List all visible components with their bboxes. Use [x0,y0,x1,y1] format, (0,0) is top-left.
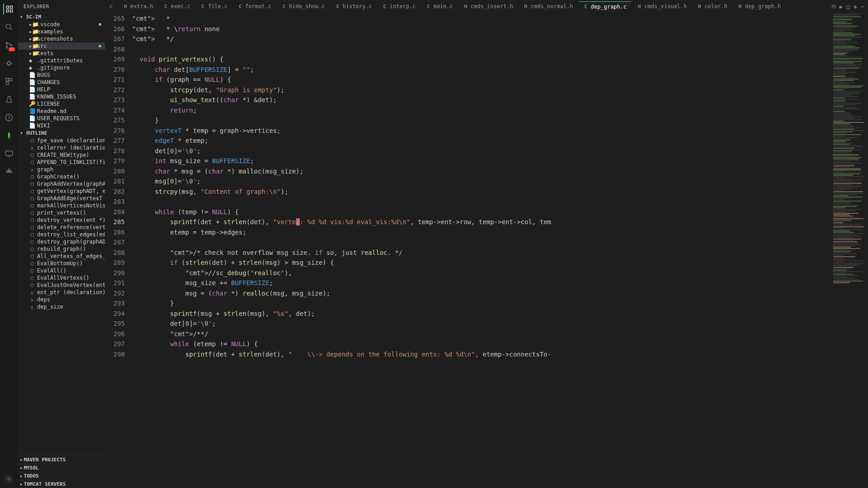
extensions-icon[interactable] [4,76,14,87]
editor-tab[interactable]: Hcmds_visual.h [632,1,692,11]
section-header[interactable]: ▸TODOS [18,472,105,480]
svg-point-6 [6,42,7,43]
outline-item[interactable]: ⬡GraphCreate() [18,173,105,180]
tab-overflow[interactable]: c [105,1,118,11]
editor-tab[interactable]: Hcmds_insert.h [458,1,518,11]
editor-content[interactable]: 2652662672682692702712722732742752762772… [105,13,868,488]
tree-item[interactable]: ◆.gitattributes [18,57,105,64]
editor-area: cHextra.hCexec.cCfile.cCformat.cChide_sh… [105,0,868,488]
activity-bar: 55 [0,0,18,488]
outline-item[interactable]: ▫cellerror (declaration) [18,144,105,151]
remote-icon[interactable] [4,148,14,159]
outline-item[interactable]: ⬡print_vertexs() [18,209,105,216]
svg-point-8 [10,44,12,46]
outline-item[interactable]: ⬡APPEND_TO_LINKLIST(firstNod... [18,159,105,166]
outline-item[interactable]: ⬡GraphAddVertex(graphADT, ent *) [18,180,105,188]
split-icon[interactable]: ◫ [847,3,850,10]
svg-rect-1 [10,6,13,8]
project-header[interactable]: ▾SC-IM [18,13,105,21]
explorer-icon[interactable] [3,4,14,14]
code-area[interactable]: "cmt"> *"cmt"> * \return none"cmt"> */ v… [132,13,832,488]
tree-item[interactable]: ▸📁screenshots [18,35,105,42]
outline-item[interactable]: ⬡getVertex(graphADT, ent *, int) [18,188,105,195]
tree-item[interactable]: 📄BUGS [18,71,105,79]
svg-rect-3 [10,10,13,12]
tree-item[interactable]: ▸📁.vscode [18,21,105,28]
svg-rect-18 [10,171,12,172]
svg-rect-17 [8,171,9,172]
tree-item[interactable]: ▸📁tests [18,50,105,57]
run-icon[interactable]: ▶ [840,3,843,10]
compare-icon[interactable]: ⟲ [831,3,836,10]
tree-item[interactable]: ▸📁src [18,42,105,50]
timeline-icon[interactable] [4,112,14,123]
outline-item[interactable]: ⬡destroy_list_edges(edgeT *) [18,231,105,238]
editor-tab[interactable]: Cformat.c [233,1,277,11]
editor-tab[interactable]: Cfile.c [195,1,232,11]
sidebar: EXPLORER ▾SC-IM ▸📁.vscode▸📁examples▸📁scr… [18,0,105,488]
tree-item[interactable]: 📄KNOWN_ISSUES [18,93,105,100]
editor-tab[interactable]: Cinterp.c [377,1,421,11]
svg-point-9 [8,62,11,65]
debug-icon[interactable] [4,58,14,69]
outline-item[interactable]: ⬡markAllVerticesNotVisited(int) [18,202,105,209]
tree-item[interactable]: 🔑LICENSE [18,100,105,108]
file-tree: ▸📁.vscode▸📁examples▸📁screenshots▸📁src▸📁t… [18,21,105,129]
outline-item[interactable]: ⬡EvalAllVertexs() [18,274,105,282]
outline-item[interactable]: ⬡CREATE_NEW(type) [18,151,105,159]
tree-item[interactable]: 📄HELP [18,86,105,93]
settings-icon[interactable] [4,474,14,484]
tree-item[interactable]: 📄WIKI [18,122,105,129]
editor-tab[interactable]: Hdep_graph.h [732,1,786,11]
outline-item[interactable]: ⬡destroy_graph(graphADT) [18,238,105,245]
outline-item[interactable]: ⬡EvalBottomUp() [18,260,105,267]
outline-item[interactable]: ⬡delete_reference(vertexT *, vert... [18,224,105,231]
editor-tab[interactable]: Chide_show.c [276,1,330,11]
editor-tab[interactable]: Cexec.c [158,1,195,11]
explorer-title: EXPLORER [18,0,105,13]
editor-tab[interactable]: Hextra.h [118,1,158,11]
outline-item[interactable]: ⬡All_vertexs_of_edges_visited(ed... [18,253,105,260]
svg-rect-0 [6,6,9,8]
mongodb-icon[interactable] [4,130,14,141]
outline-item[interactable]: ▫dep_size [18,303,105,310]
section-header[interactable]: ▸MAVEN PROJECTS [18,455,105,464]
section-header[interactable]: ▸MYSQL [18,464,105,472]
tree-item[interactable]: 📄USER_REQUESTS [18,115,105,122]
svg-rect-10 [6,78,9,81]
outline-item[interactable]: ⬡GraphAddEdge(vertexT *, ent *,... [18,195,105,202]
more-icon[interactable]: ⋯ [861,3,864,10]
svg-rect-19 [8,169,9,170]
tab-bar: cHextra.hCexec.cCfile.cCformat.cChide_sh… [105,0,868,13]
outline-item[interactable]: ▫graph [18,166,105,173]
editor-tab[interactable]: Hcolor.h [692,1,732,11]
editor-tab[interactable]: Cdep_graph.c [578,1,632,12]
outline-item[interactable]: ▫ent_ptr (declaration) [18,289,105,296]
svg-line-5 [10,28,12,30]
editor-tab[interactable]: Hcmds_normal.h [518,1,578,11]
outline-item[interactable]: ⬡EvalAll() [18,267,105,274]
svg-rect-14 [6,151,13,155]
outline-item[interactable]: ⬡fpe_save (declaration) [18,137,105,144]
editor-tab[interactable]: Cmain.c [421,1,458,11]
outline-list: ⬡fpe_save (declaration)▫cellerror (decla… [18,137,105,455]
section-header[interactable]: ▸TOMCAT SERVERS [18,480,105,488]
source-control-icon[interactable]: 55 [4,40,14,51]
search-icon[interactable] [4,22,14,33]
tree-item[interactable]: ◆.gitignore [18,64,105,71]
outline-item[interactable]: ⬡destroy_vertex(ent *) [18,216,105,224]
outline-item[interactable]: ⬡rebuild_graph() [18,245,105,253]
tree-item[interactable]: 📘Readme.md [18,108,105,115]
tree-item[interactable]: 📄CHANGES [18,79,105,86]
test-icon[interactable] [4,94,14,105]
docker-icon[interactable] [4,166,14,177]
svg-point-20 [8,478,10,480]
outline-item[interactable]: ⬡EvalJustOneVertex(ent *, int, int... [18,282,105,289]
outline-item[interactable]: ▫deps [18,296,105,303]
toggle-icon[interactable]: ◈ [854,3,857,10]
svg-rect-11 [9,78,12,81]
outline-header[interactable]: ▾OUTLINE [18,129,105,137]
editor-tab[interactable]: Chistory.c [330,1,377,11]
tree-item[interactable]: ▸📁examples [18,28,105,35]
minimap[interactable] [832,13,868,488]
